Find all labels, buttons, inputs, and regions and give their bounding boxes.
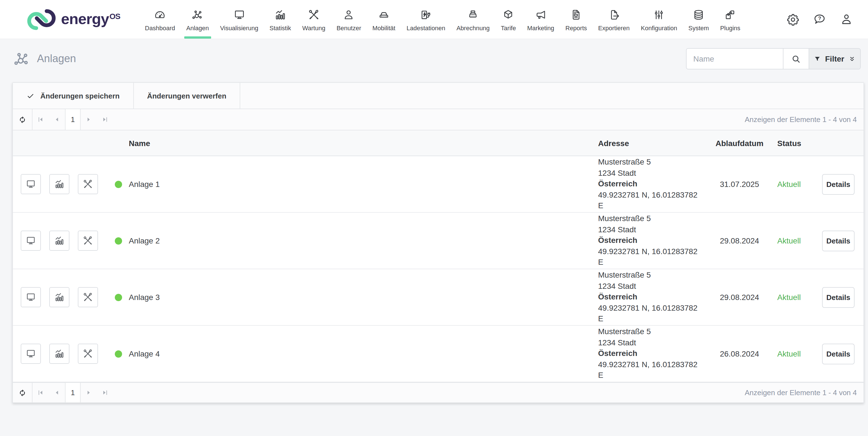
row-actions — [13, 287, 129, 307]
topbar-actions — [786, 0, 854, 39]
tools-icon — [82, 348, 94, 359]
tools-icon — [82, 178, 94, 190]
search-input[interactable] — [687, 49, 783, 69]
double-chevron-down-icon — [848, 55, 856, 62]
document-icon — [570, 8, 583, 21]
visualization-button[interactable] — [21, 174, 41, 194]
status-dot — [115, 237, 122, 244]
help-button[interactable] — [812, 12, 827, 26]
details-button[interactable]: Details — [822, 230, 855, 251]
previous-page-button[interactable] — [49, 383, 65, 402]
plant-name: Anlage 2 — [129, 236, 598, 245]
street: Musterstraße 5 — [598, 213, 702, 225]
monitor-icon — [25, 178, 36, 190]
save-changes-button[interactable]: Änderungen speichern — [13, 83, 133, 109]
nav-item-wartung[interactable]: Wartung — [297, 0, 331, 39]
maintenance-button[interactable] — [78, 174, 98, 194]
database-icon — [692, 8, 705, 21]
discard-changes-button[interactable]: Änderungen verwerfen — [133, 83, 240, 109]
previous-page-icon — [53, 389, 60, 396]
statistics-button[interactable] — [49, 231, 69, 251]
refresh-button[interactable] — [13, 383, 32, 402]
nav-item-plugins[interactable]: Plugins — [715, 0, 746, 39]
nav-item-anlagen[interactable]: Anlagen — [181, 0, 215, 39]
maintenance-button[interactable] — [78, 231, 98, 251]
tools-icon — [82, 235, 94, 246]
last-page-button[interactable] — [97, 383, 113, 402]
monitor-icon — [25, 292, 36, 303]
tools-icon — [307, 8, 320, 21]
account-button[interactable] — [839, 12, 854, 26]
settings-button[interactable] — [786, 12, 800, 26]
nav-item-benutzer[interactable]: Benutzer — [331, 0, 367, 39]
brand-logo[interactable]: energyOS — [26, 0, 120, 39]
country: Österreich — [598, 235, 702, 246]
visualization-button[interactable] — [21, 231, 41, 251]
puzzle-icon — [724, 8, 737, 21]
details-button[interactable]: Details — [822, 174, 855, 195]
nav-item-visualisierung[interactable]: Visualisierung — [215, 0, 264, 39]
user-icon — [839, 12, 854, 26]
last-page-icon — [101, 389, 108, 396]
nav-item-dashboard[interactable]: Dashboard — [140, 0, 181, 39]
expiry-date: 29.08.2024 — [702, 236, 777, 245]
table-row: Anlage 2 Musterstraße 5 1234 Stadt Öster… — [13, 213, 864, 269]
first-page-button[interactable] — [32, 109, 49, 130]
page-header: Anlagen Filter — [0, 39, 868, 78]
status-text: Aktuell — [777, 293, 822, 302]
cube-icon — [502, 8, 515, 21]
statistics-button[interactable] — [49, 287, 69, 307]
first-page-button[interactable] — [32, 383, 49, 402]
changes-toolbar: Änderungen speichern Änderungen verwerfe… — [13, 83, 864, 109]
nav-item-konfiguration[interactable]: Konfiguration — [635, 0, 683, 39]
details-button[interactable]: Details — [822, 287, 855, 307]
row-actions — [13, 231, 129, 251]
next-page-button[interactable] — [81, 383, 97, 402]
pagination-summary: Anzeigen der Elemente 1 - 4 von 4 — [745, 389, 864, 397]
expiry-date: 29.08.2024 — [702, 293, 777, 302]
nav-item-marketing[interactable]: Marketing — [522, 0, 560, 39]
energyos-logo-icon — [26, 7, 57, 32]
city: 1234 Stadt — [598, 281, 702, 292]
search-button[interactable] — [783, 49, 809, 69]
nav-item-exportieren[interactable]: Exportieren — [592, 0, 635, 39]
refresh-button[interactable] — [13, 109, 32, 130]
country: Österreich — [598, 179, 702, 190]
plant-name: Anlage 4 — [129, 349, 598, 358]
next-page-button[interactable] — [81, 109, 97, 130]
details-button[interactable]: Details — [822, 343, 855, 364]
nav-item-statistik[interactable]: Statistik — [264, 0, 297, 39]
coordinates: 49.9232781 N, 16.01283782 E — [598, 246, 702, 268]
nav-item-reports[interactable]: Reports — [560, 0, 592, 39]
pagination-bottom: 1 Anzeigen der Elemente 1 - 4 von 4 — [13, 382, 864, 402]
current-page-indicator[interactable]: 1 — [65, 383, 81, 402]
city: 1234 Stadt — [598, 225, 702, 235]
refresh-icon — [18, 115, 27, 124]
last-page-button[interactable] — [97, 109, 113, 130]
coordinates: 49.9232781 N, 16.01283782 E — [598, 359, 702, 381]
nav-item-system[interactable]: System — [683, 0, 715, 39]
car-icon — [377, 8, 390, 21]
visualization-button[interactable] — [21, 344, 41, 364]
row-actions — [13, 344, 129, 364]
current-page-indicator[interactable]: 1 — [65, 109, 81, 130]
nav-item-abrechnung[interactable]: Abrechnung — [451, 0, 495, 39]
nav-item-mobilitaet[interactable]: Mobilität — [367, 0, 401, 39]
column-header-status: Status — [777, 138, 822, 147]
statistics-button[interactable] — [49, 174, 69, 194]
maintenance-button[interactable] — [78, 287, 98, 307]
street: Musterstraße 5 — [598, 327, 702, 337]
previous-page-button[interactable] — [49, 109, 65, 130]
maintenance-button[interactable] — [78, 344, 98, 364]
filter-button[interactable]: Filter — [809, 49, 860, 69]
visualization-button[interactable] — [21, 287, 41, 307]
nav-item-tarife[interactable]: Tarife — [495, 0, 522, 39]
statistics-button[interactable] — [49, 344, 69, 364]
address-cell: Musterstraße 5 1234 Stadt Österreich 49.… — [598, 270, 702, 325]
status-dot — [115, 294, 122, 301]
column-header-address: Adresse — [598, 138, 702, 147]
charging-station-icon — [420, 8, 432, 21]
nav-item-ladestationen[interactable]: Ladestationen — [401, 0, 451, 39]
table-row: Anlage 3 Musterstraße 5 1234 Stadt Öster… — [13, 269, 864, 326]
statistics-icon — [54, 348, 65, 359]
